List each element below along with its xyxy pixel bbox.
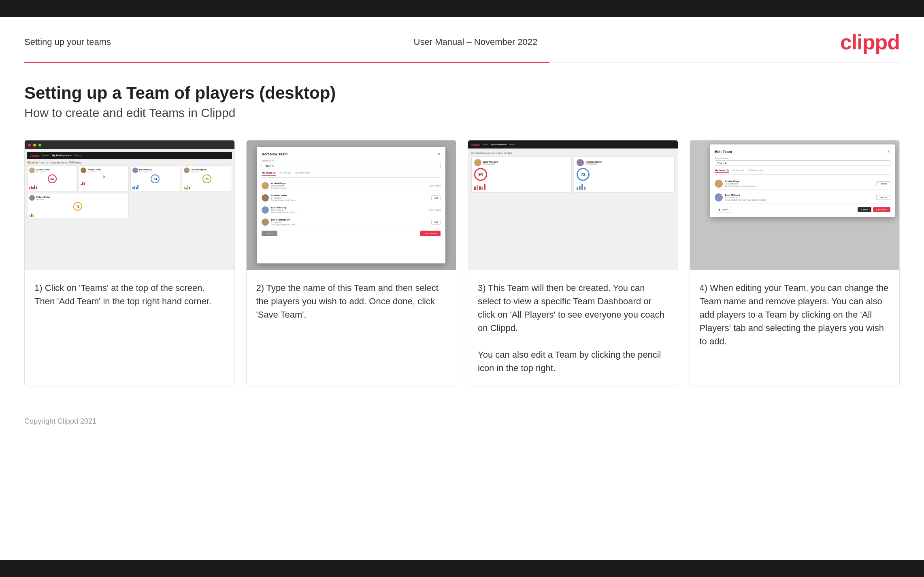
- ss2-avatar-1: [262, 182, 269, 189]
- ss4-remove-btn-2[interactable]: Remove: [876, 195, 890, 200]
- ss4-team-name-input[interactable]: Team A: [715, 160, 890, 166]
- ss1-bar: [81, 184, 82, 185]
- ss4-tabs: My Team (2) All Players ☐ Filter by name: [715, 169, 890, 175]
- trash-icon: 🗑: [718, 208, 721, 211]
- list-item: Adrian Player Plus Handicap The Shire Lo…: [262, 181, 441, 191]
- ss3-sub-2: Plus Handicap: [585, 163, 602, 165]
- ss1-bar: [187, 185, 188, 189]
- ss3-bar: [579, 186, 581, 190]
- ss2-modal-title: Add New Team: [262, 152, 287, 156]
- list-item: Adrian Coliba 1 Handicap Central London …: [262, 193, 441, 203]
- ss1-bar: [34, 185, 35, 189]
- ss2-tab-myteam[interactable]: My Team (2): [262, 172, 275, 176]
- ss3-background: clippd Home My Performance Teams Showing…: [468, 140, 678, 270]
- ss3-bar: [481, 187, 483, 190]
- ss1-name-2: Adrian Coliba: [87, 168, 101, 171]
- ss4-delete-button[interactable]: 🗑 Delete: [715, 207, 732, 212]
- card-1: clippd Home My Performance Teams Showing…: [24, 140, 235, 386]
- ss1-bar: [32, 214, 34, 217]
- header-left-text: Setting up your teams: [24, 37, 111, 47]
- ss4-save-team-button[interactable]: Save Team: [873, 207, 890, 212]
- ss1-bar: [31, 186, 32, 189]
- ss1-bar: [137, 185, 138, 189]
- ss2-tab-allplayers[interactable]: All Players: [280, 172, 291, 176]
- ss2-background: Add New Team ✕ Team Name * Team A My Tea…: [247, 140, 456, 270]
- ss2-avatar-4: [262, 218, 269, 226]
- ss1-bars-4: [184, 185, 230, 189]
- ss3-bar: [477, 185, 478, 190]
- ss4-player-detail-2b: Royal North Devon Golf Club, United King…: [725, 199, 874, 201]
- ss2-save-team-button[interactable]: Save Team: [420, 231, 441, 236]
- ss2-team-name-input[interactable]: Team A: [262, 163, 441, 168]
- ss3-sub-1: Plus Handicap: [483, 163, 498, 165]
- ss3-nav-teams: Teams: [509, 143, 515, 146]
- ss1-bar: [29, 215, 30, 217]
- ss4-footer: 🗑 Delete Cancel Save Team: [715, 207, 890, 212]
- ss2-field-label: Team Name *: [262, 159, 441, 162]
- ss4-tab-allplayers[interactable]: All Players: [733, 169, 744, 173]
- ss2-avatar-2: [262, 194, 269, 202]
- ss1-bar: [84, 182, 85, 185]
- edit-team-modal: Edit Team ✕ Team Name * Team A My Team (…: [710, 144, 895, 217]
- ss4-delete-label: Delete: [722, 208, 728, 211]
- ss2-player-detail-4b: The Gog Magog Golf Club: [271, 223, 429, 226]
- ss2-player-detail-1b: The Shire London: [271, 187, 426, 189]
- ss3-score-2: 72: [577, 168, 590, 181]
- ss2-player-info-2: Adrian Coliba 1 Handicap Central London …: [271, 194, 429, 202]
- card-1-text: 1) Click on 'Teams' at the top of the sc…: [25, 270, 234, 386]
- ss1-bar: [136, 187, 137, 189]
- ss2-tabs: My Team (2) All Players ☐ Filter by name: [262, 172, 441, 178]
- card-2-text: 2) Type the name of this Team and then s…: [247, 270, 456, 386]
- ss1-score-3: 94: [151, 174, 160, 183]
- ss4-close-icon[interactable]: ✕: [887, 149, 890, 154]
- card-4-text: 4) When editing your Team, you can chang…: [690, 270, 900, 386]
- card-3: clippd Home My Performance Teams Showing…: [468, 140, 678, 386]
- ss1-sub-5: 2 Handicap: [36, 198, 50, 200]
- ss2-modal-header: Add New Team ✕: [262, 152, 441, 156]
- ss3-label: Showing 2 players from: Blair McHarg: [471, 152, 675, 154]
- ss2-cancel-button[interactable]: Cancel: [262, 231, 277, 236]
- card-3-screenshot: clippd Home My Performance Teams Showing…: [468, 140, 678, 270]
- ss4-remove-btn-1[interactable]: Remove: [876, 181, 890, 186]
- ss1-player-2: Adrian Coliba 1 Handicap 0: [79, 165, 128, 191]
- ss1-sub-4: 5 Handicap: [191, 171, 207, 173]
- ss4-avatar-1: [715, 180, 723, 188]
- header-center-text: User Manual – November 2022: [414, 37, 538, 47]
- ss4-header: Edit Team ✕: [715, 149, 890, 154]
- ss3-avatar-1: [474, 159, 481, 166]
- ss3-name-2: Richard Butler: [585, 161, 602, 163]
- ss3-bar: [584, 187, 585, 190]
- ss1-name-1: Adrian Collins: [36, 168, 50, 171]
- ss4-tab-myteam[interactable]: My Team (2): [715, 169, 728, 173]
- ss2-add-btn-4[interactable]: Add: [431, 220, 441, 225]
- card-2-screenshot: Add New Team ✕ Team Name * Team A My Tea…: [247, 140, 456, 270]
- ss4-player-list: Adrian Player Plus Handicap The Shire Lo…: [715, 178, 890, 204]
- ss1-avatar-5: [29, 195, 35, 201]
- ss1-avatar-3: [132, 168, 138, 173]
- ss2-status-1: Player Added: [428, 185, 441, 187]
- ss4-avatar-2: [715, 193, 723, 202]
- ss1-score-1: 84: [48, 174, 57, 183]
- ss3-topbar: clippd Home My Performance Teams: [468, 140, 678, 148]
- ss1-logo: clippd: [30, 154, 39, 157]
- ss1-bottom-row: Richard Butler 2 Handicap 72: [27, 193, 232, 219]
- ss1-dot-green: [38, 144, 41, 146]
- ss1-name-3: Blair McHarg: [139, 168, 152, 171]
- ss1-bars-3: [132, 185, 178, 189]
- ss2-filter-label: ☐ Filter by name: [295, 172, 310, 176]
- ss4-cancel-button[interactable]: Cancel: [858, 207, 871, 212]
- ss2-add-btn-2[interactable]: Add: [431, 195, 441, 200]
- ss4-player-detail-1b: The Shire London, United Kingdom: [725, 185, 874, 187]
- ss1-bar: [31, 214, 32, 217]
- ss3-bar: [479, 186, 481, 190]
- cards-container: clippd Home My Performance Teams Showing…: [0, 136, 924, 411]
- ss2-player-info-1: Adrian Player Plus Handicap The Shire Lo…: [271, 182, 426, 189]
- ss2-footer: Cancel Save Team: [262, 231, 441, 236]
- ss2-close-icon[interactable]: ✕: [437, 152, 441, 156]
- ss1-dot-red: [28, 144, 31, 146]
- ss1-bar: [36, 187, 37, 189]
- ss1-topbar: [25, 140, 234, 149]
- ss1-score-2: 0: [81, 175, 126, 179]
- ss3-logo: clippd: [471, 143, 480, 146]
- ss2-player-detail-2b: Central London Golf Centre: [271, 199, 429, 202]
